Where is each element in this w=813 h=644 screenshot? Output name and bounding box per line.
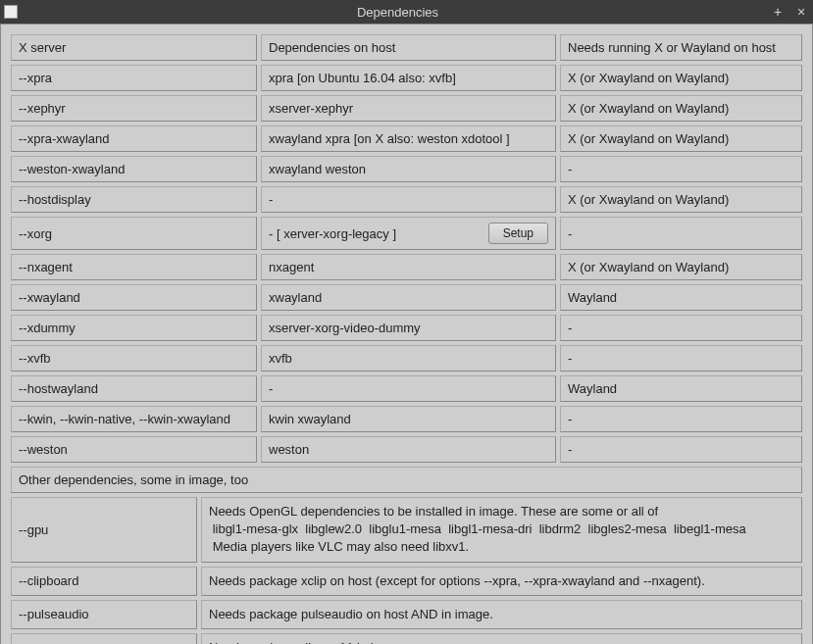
needs-cell: X (or Xwayland on Wayland) [560, 65, 802, 91]
dependency-text: - [269, 381, 273, 396]
option-cell: --hostwayland [11, 375, 257, 402]
header-col-needs: Needs running X or Wayland on host [560, 34, 802, 61]
dependency-cell: weston [261, 436, 556, 463]
dependency-cell: xwayland [261, 284, 556, 311]
dependency-text: - [269, 192, 273, 207]
app-icon [4, 5, 18, 19]
needs-cell: Wayland [560, 375, 802, 402]
dependency-cell: - [261, 186, 556, 213]
table-row: --hostdisplay-X (or Xwayland on Wayland) [11, 186, 802, 213]
needs-cell: - [560, 406, 802, 432]
dependency-cell: xwayland weston [261, 156, 556, 182]
description-text: Needs package pulseaudio on host AND in … [209, 606, 493, 623]
dependency-text: xwayland xpra [on X also: weston xdotool… [269, 131, 510, 146]
option-cell: --dbus [11, 633, 197, 644]
option-cell: --xpra [11, 65, 257, 91]
needs-cell: - [560, 345, 802, 372]
needs-cell: X (or Xwayland on Wayland) [560, 95, 802, 122]
option-cell: --xvfb [11, 345, 257, 372]
table-row: --hostwayland-Wayland [11, 375, 802, 402]
dependency-cell: kwin xwayland [261, 406, 556, 432]
window-body: X server Dependencies on host Needs runn… [0, 24, 813, 644]
table-row: --dbusNeeds package dbus-x11 in image. [11, 633, 802, 644]
table-row: --gpuNeeds OpenGL dependencies to be ins… [11, 497, 802, 563]
table-row: --xdummyxserver-xorg-video-dummy- [11, 315, 802, 341]
needs-cell: - [560, 436, 802, 463]
table-row: --xephyrxserver-xephyrX (or Xwayland on … [11, 95, 802, 122]
dependency-cell: - [261, 375, 556, 402]
window-title: Dependencies [25, 5, 770, 20]
titlebar: Dependencies + × [0, 0, 813, 24]
option-cell: --xdummy [11, 315, 257, 341]
option-cell: --weston-xwayland [11, 156, 257, 182]
table-row: --pulseaudioNeeds package pulseaudio on … [11, 600, 802, 629]
description-cell: Needs package pulseaudio on host AND in … [201, 600, 802, 629]
description-cell: Needs package dbus-x11 in image. [201, 633, 802, 644]
needs-cell: - [560, 217, 802, 250]
needs-cell: X (or Xwayland on Wayland) [560, 125, 802, 152]
table-row: --xvfbxvfb- [11, 345, 802, 372]
dependency-text: nxagent [269, 260, 314, 274]
dependency-cell: xwayland xpra [on X also: weston xdotool… [261, 125, 556, 152]
option-cell: --gpu [11, 497, 197, 563]
option-cell: --xorg [11, 217, 257, 250]
dependency-text: xserver-xephyr [269, 101, 353, 116]
table-row: --xpra-xwaylandxwayland xpra [on X also:… [11, 125, 802, 152]
needs-cell: X (or Xwayland on Wayland) [560, 186, 802, 213]
table-row: --kwin, --kwin-native, --kwin-xwaylandkw… [11, 406, 802, 432]
dependency-cell: xserver-xephyr [261, 95, 556, 122]
option-cell: --weston [11, 436, 257, 463]
table-row: --clipboardNeeds package xclip on host (… [11, 567, 802, 596]
table-row: --xorg- [ xerver-xorg-legacy ]Setup- [11, 217, 802, 250]
dependency-cell: xpra [on Ubuntu 16.04 also: xvfb] [261, 65, 556, 91]
dependency-text: - [ xerver-xorg-legacy ] [269, 226, 396, 241]
header-col-dependencies: Dependencies on host [261, 34, 556, 61]
option-cell: --nxagent [11, 254, 257, 280]
table-row: --nxagentnxagentX (or Xwayland on Waylan… [11, 254, 802, 280]
setup-button[interactable]: Setup [488, 223, 548, 244]
description-text: Needs package dbus-x11 in image. [209, 639, 409, 644]
dependency-text: xpra [on Ubuntu 16.04 also: xvfb] [269, 71, 456, 85]
description-text: Needs package xclip on host (except for … [209, 572, 705, 590]
other-heading: Other dependencies, some in image, too [11, 467, 802, 493]
header-row: X server Dependencies on host Needs runn… [11, 34, 802, 61]
table-row: --weston-xwaylandxwayland weston- [11, 156, 802, 182]
description-cell: Needs package xclip on host (except for … [201, 567, 802, 596]
option-cell: --xwayland [11, 284, 257, 311]
header-col-option: X server [11, 34, 257, 61]
option-cell: --clipboard [11, 567, 197, 596]
dependency-cell: - [ xerver-xorg-legacy ]Setup [261, 217, 556, 250]
option-cell: --xephyr [11, 95, 257, 122]
dependency-cell: xserver-xorg-video-dummy [261, 315, 556, 341]
description-text: Needs OpenGL dependencies to be installe… [209, 503, 746, 557]
needs-cell: - [560, 315, 802, 341]
dependency-text: xserver-xorg-video-dummy [269, 321, 421, 335]
option-cell: --xpra-xwayland [11, 125, 257, 152]
option-cell: --hostdisplay [11, 186, 257, 213]
other-heading-row: Other dependencies, some in image, too [11, 467, 802, 493]
minimize-icon[interactable]: + [770, 5, 786, 19]
table-row: --westonweston- [11, 436, 802, 463]
dependency-text: xvfb [269, 351, 292, 366]
dependency-text: weston [269, 442, 309, 457]
option-cell: --kwin, --kwin-native, --kwin-xwayland [11, 406, 257, 432]
needs-cell: Wayland [560, 284, 802, 311]
dependency-cell: nxagent [261, 254, 556, 280]
dependency-text: xwayland weston [269, 162, 366, 176]
description-cell: Needs OpenGL dependencies to be installe… [201, 497, 802, 563]
dependency-cell: xvfb [261, 345, 556, 372]
needs-cell: X (or Xwayland on Wayland) [560, 254, 802, 280]
table-row: --xpraxpra [on Ubuntu 16.04 also: xvfb]X… [11, 65, 802, 91]
close-icon[interactable]: × [793, 5, 809, 19]
option-cell: --pulseaudio [11, 600, 197, 629]
dependency-text: xwayland [269, 290, 322, 305]
table-row: --xwaylandxwaylandWayland [11, 284, 802, 311]
needs-cell: - [560, 156, 802, 182]
dependency-text: kwin xwayland [269, 412, 351, 426]
